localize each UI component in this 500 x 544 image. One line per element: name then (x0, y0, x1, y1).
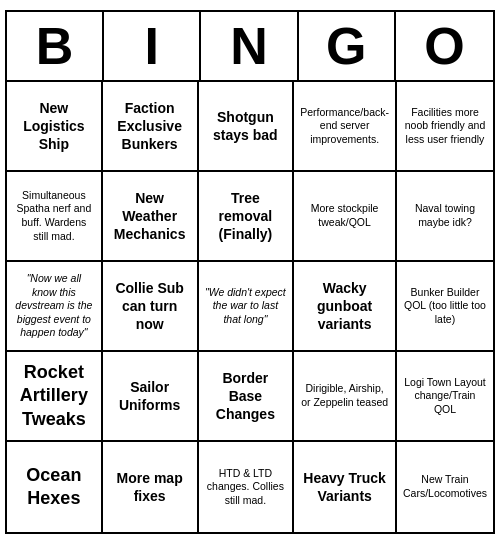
bingo-cell: Naval towing maybe idk? (397, 172, 493, 262)
bingo-cell: Rocket Artillery Tweaks (7, 352, 103, 442)
bingo-cell: Facilities more noob friendly and less u… (397, 82, 493, 172)
bingo-cell: New Logistics Ship (7, 82, 103, 172)
bingo-letter: I (104, 12, 201, 80)
bingo-cell: New Weather Mechanics (103, 172, 199, 262)
bingo-letter: N (201, 12, 298, 80)
bingo-cell: Border Base Changes (199, 352, 295, 442)
bingo-cell: More map fixes (103, 442, 199, 532)
bingo-letter: B (7, 12, 104, 80)
bingo-cell: Wacky gunboat variants (294, 262, 397, 352)
bingo-cell: Logi Town Layout change/Train QOL (397, 352, 493, 442)
bingo-cell: Tree removal (Finally) (199, 172, 295, 262)
bingo-cell: Faction Exclusive Bunkers (103, 82, 199, 172)
bingo-cell: Heavy Truck Variants (294, 442, 397, 532)
bingo-cell: "Now we all know this devstream is the b… (7, 262, 103, 352)
bingo-card: BINGO New Logistics ShipFaction Exclusiv… (5, 10, 495, 534)
bingo-cell: Shotgun stays bad (199, 82, 295, 172)
bingo-header: BINGO (7, 12, 493, 82)
bingo-cell: Dirigible, Airship, or Zeppelin teased (294, 352, 397, 442)
bingo-cell: Collie Sub can turn now (103, 262, 199, 352)
bingo-letter: O (396, 12, 493, 80)
bingo-letter: G (299, 12, 396, 80)
bingo-cell: Sailor Uniforms (103, 352, 199, 442)
bingo-cell: New Train Cars/Locomotives (397, 442, 493, 532)
bingo-grid: New Logistics ShipFaction Exclusive Bunk… (7, 82, 493, 532)
bingo-cell: Simultaneous Spatha nerf and buff. Warde… (7, 172, 103, 262)
bingo-cell: Performance/back-end server improvements… (294, 82, 397, 172)
bingo-cell: Bunker Builder QOL (too little too late) (397, 262, 493, 352)
bingo-cell: "We didn't expect the war to last that l… (199, 262, 295, 352)
bingo-cell: Ocean Hexes (7, 442, 103, 532)
bingo-cell: HTD & LTD changes. Collies still mad. (199, 442, 295, 532)
bingo-cell: More stockpile tweak/QOL (294, 172, 397, 262)
